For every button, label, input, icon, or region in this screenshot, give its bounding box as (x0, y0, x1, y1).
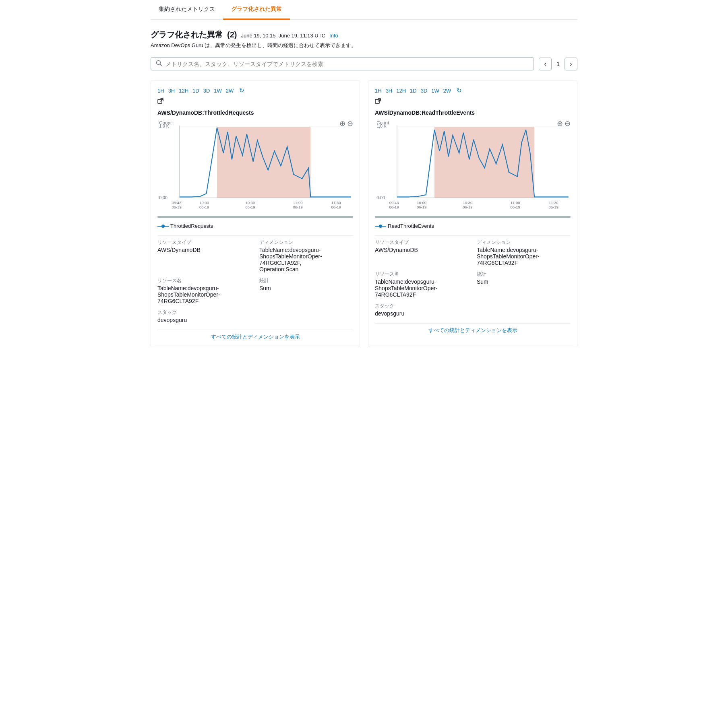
page-subtitle: Amazon DevOps Guru は、異常の発生を検出し、時間の経過に合わせ… (151, 42, 577, 49)
resource-name-value-1: TableName:devopsguru-ShopsTableMonitorOp… (157, 285, 251, 304)
svg-text:0.00: 0.00 (159, 195, 168, 200)
zoom-controls-2: ⊕ ⊖ (557, 119, 571, 128)
time-1h-btn-1[interactable]: 1H (157, 88, 164, 94)
time-1d-btn-2[interactable]: 1D (410, 88, 417, 94)
tabs: 集約されたメトリクス グラフ化された異常 (151, 0, 577, 20)
resource-type-value-1: AWS/DynamoDB (157, 247, 251, 253)
resource-type-label-2: リソースタイプ (375, 239, 469, 246)
dimension-block-2: ディメンション TableName:devopsguru-ShopsTableM… (477, 239, 571, 266)
stats-block-2: 統計 Sum (477, 271, 571, 298)
stack-label-2: スタック (375, 303, 469, 309)
page-title: グラフ化された異常 (2) June 19, 10:15–June 19, 11… (151, 29, 577, 40)
show-all-link-1[interactable]: すべての統計とディメンションを表示 (157, 333, 353, 340)
page-header: グラフ化された異常 (2) June 19, 10:15–June 19, 11… (151, 29, 577, 49)
page-number: 1 (556, 61, 560, 67)
tab-graphed[interactable]: グラフ化された異常 (223, 0, 290, 20)
svg-text:09:43: 09:43 (172, 200, 182, 205)
chart-card-2: 1H 3H 12H 1D 3D 1W 2W ↻ AWS/DynamoDB:Rea… (368, 80, 577, 347)
refresh-btn-1[interactable]: ↻ (239, 87, 244, 94)
scroll-track-1[interactable] (157, 216, 353, 218)
dimension-value-2: TableName:devopsguru-ShopsTableMonitorOp… (477, 247, 571, 266)
tab-aggregated[interactable]: 集約されたメトリクス (151, 0, 223, 20)
search-icon (156, 60, 162, 68)
time-12h-btn-2[interactable]: 12H (396, 88, 406, 94)
search-input[interactable] (165, 61, 529, 67)
stack-label-1: スタック (157, 309, 251, 316)
divider-2 (375, 235, 571, 236)
time-1d-btn-1[interactable]: 1D (192, 88, 199, 94)
prev-page-button[interactable]: ‹ (539, 58, 552, 70)
show-all-link-2[interactable]: すべての統計とディメンションを表示 (375, 327, 571, 334)
time-controls-1: 1H 3H 12H 1D 3D 1W 2W ↻ (157, 87, 353, 94)
next-page-button[interactable]: › (565, 58, 577, 70)
page-title-date: June 19, 10:15–June 19, 11:13 UTC (241, 33, 325, 39)
svg-rect-2 (158, 99, 162, 103)
svg-text:06-19: 06-19 (417, 205, 426, 209)
chart-svg-1: Count 1.0 K 0.00 09:43 (157, 119, 353, 212)
resource-type-value-2: AWS/DynamoDB (375, 247, 469, 253)
time-3h-btn-2[interactable]: 3H (386, 88, 393, 94)
resource-type-label-1: リソースタイプ (157, 239, 251, 246)
svg-text:06-19: 06-19 (172, 205, 181, 209)
scroll-thumb-2 (375, 216, 571, 218)
resource-name-block-1: リソース名 TableName:devopsguru-ShopsTableMon… (157, 277, 251, 304)
charts-grid: 1H 3H 12H 1D 3D 1W 2W ↻ AWS/DynamoDB:Thr… (151, 80, 577, 347)
time-1h-btn-2[interactable]: 1H (375, 88, 382, 94)
refresh-btn-2[interactable]: ↻ (457, 87, 462, 94)
time-1w-btn-1[interactable]: 1W (214, 88, 222, 94)
external-link-1[interactable] (157, 98, 164, 106)
time-2w-btn-2[interactable]: 2W (443, 88, 451, 94)
svg-text:11:00: 11:00 (511, 200, 520, 205)
time-3d-btn-2[interactable]: 3D (421, 88, 428, 94)
stats-value-1: Sum (259, 285, 353, 291)
zoom-in-btn-1[interactable]: ⊕ (339, 119, 345, 128)
zoom-in-btn-2[interactable]: ⊕ (557, 119, 563, 128)
time-2w-btn-1[interactable]: 2W (226, 88, 234, 94)
svg-text:1.0 K: 1.0 K (376, 124, 387, 128)
svg-rect-23 (375, 99, 379, 103)
resource-type-block-2: リソースタイプ AWS/DynamoDB (375, 239, 469, 266)
stack-value-1: devopsguru (157, 317, 251, 323)
divider-bottom-2 (375, 323, 571, 324)
stats-label-1: 統計 (259, 277, 353, 284)
meta-grid-1: リソースタイプ AWS/DynamoDB ディメンション TableName:d… (157, 239, 353, 323)
svg-text:06-19: 06-19 (510, 205, 520, 209)
svg-text:0.00: 0.00 (376, 195, 385, 200)
svg-text:06-19: 06-19 (463, 205, 472, 209)
search-wrap (151, 57, 534, 70)
time-3h-btn-1[interactable]: 3H (168, 88, 175, 94)
zoom-out-btn-2[interactable]: ⊖ (565, 119, 571, 128)
chart-title-1: AWS/DynamoDB:ThrottledRequests (157, 109, 353, 116)
time-1w-btn-2[interactable]: 1W (431, 88, 439, 94)
external-link-2[interactable] (375, 98, 381, 106)
chart-title-2: AWS/DynamoDB:ReadThrottleEvents (375, 109, 571, 116)
chart-wrap-2: ⊕ ⊖ Count 1.0 K 0.00 (375, 119, 571, 212)
time-3d-btn-1[interactable]: 3D (203, 88, 210, 94)
time-controls-2: 1H 3H 12H 1D 3D 1W 2W ↻ (375, 87, 571, 94)
svg-text:06-19: 06-19 (389, 205, 399, 209)
chart-svg-2: Count 1.0 K 0.00 09:43 06-19 (375, 119, 571, 212)
svg-point-22 (161, 225, 165, 228)
svg-rect-10 (217, 127, 310, 198)
scroll-thumb-1 (157, 216, 353, 218)
svg-text:06-19: 06-19 (293, 205, 302, 209)
svg-text:11:00: 11:00 (293, 200, 303, 205)
stats-block-1: 統計 Sum (259, 277, 353, 304)
svg-text:06-19: 06-19 (245, 205, 255, 209)
legend-1: ThrottledRequests (157, 223, 353, 229)
chart-card-1: 1H 3H 12H 1D 3D 1W 2W ↻ AWS/DynamoDB:Thr… (151, 80, 360, 347)
info-link[interactable]: Info (329, 33, 338, 39)
dimension-value-1: TableName:devopsguru-ShopsTableMonitorOp… (259, 247, 353, 272)
dimension-label-2: ディメンション (477, 239, 571, 246)
svg-text:10:30: 10:30 (463, 200, 472, 205)
legend-2: ReadThrottleEvents (375, 223, 571, 229)
svg-text:10:30: 10:30 (245, 200, 255, 205)
stats-value-2: Sum (477, 278, 571, 285)
legend-label-2: ReadThrottleEvents (388, 223, 434, 229)
meta-grid-2: リソースタイプ AWS/DynamoDB ディメンション TableName:d… (375, 239, 571, 317)
svg-point-43 (379, 225, 382, 228)
time-12h-btn-1[interactable]: 12H (179, 88, 188, 94)
zoom-out-btn-1[interactable]: ⊖ (347, 119, 353, 128)
divider-1 (157, 235, 353, 236)
scroll-track-2[interactable] (375, 216, 571, 218)
